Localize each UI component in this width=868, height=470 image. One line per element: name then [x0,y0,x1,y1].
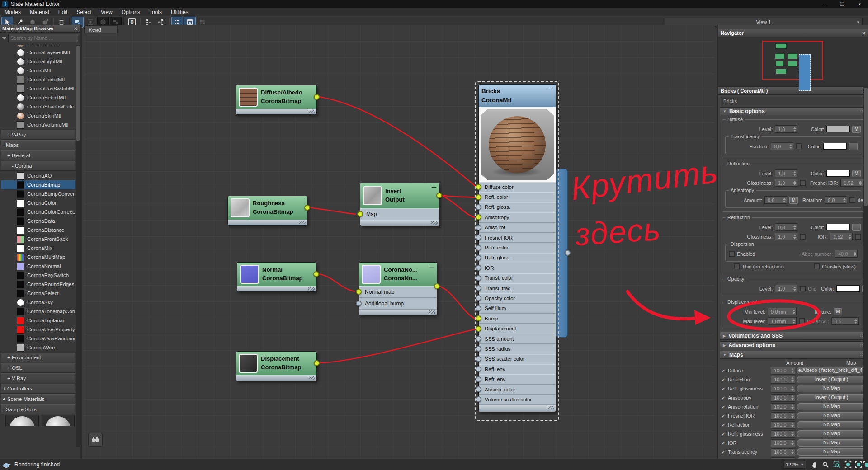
map-amount-spinner[interactable]: 100,0 [771,376,795,384]
output-connector[interactable] [314,360,320,366]
water-level-spinner[interactable]: 0,5 [831,317,859,325]
sample-slot[interactable] [5,415,39,426]
bricks-output-connector[interactable] [565,250,571,256]
node-bricks-coronamtl[interactable]: Bricks CoronaMtl — Diffuse col [478,84,556,412]
material-name-field[interactable]: Bricks [721,97,866,105]
pan-to-selected-button[interactable] [862,460,868,469]
node-roughness[interactable]: Roughness CoronaBitmap [227,196,307,226]
node-minimize-icon[interactable]: — [429,264,434,269]
menu-item[interactable]: Select [72,9,96,16]
map-slot-button[interactable]: e/Albedo ( factory_brick_diff_4k [797,367,866,374]
caustics-slow-checkbox[interactable] [814,263,820,269]
menu-item[interactable]: Tools [145,9,166,16]
browser-list-item[interactable]: CoronaAO [1,171,75,180]
diffuse-level-spinner[interactable]: 1,0 [775,125,797,133]
refraction-glossiness-map-checkbox[interactable] [800,234,806,240]
node-input-slot[interactable]: Transl. color [479,273,556,283]
map-enabled-checkbox[interactable]: ✔ [722,404,726,409]
reflection-color-swatch[interactable] [826,170,850,177]
browser-list-item[interactable]: CoronaMix [1,244,75,253]
map-amount-spinner[interactable]: 100,0 [771,421,795,429]
browser-list-item[interactable]: + V-Ray [1,373,75,383]
browser-list-item[interactable]: CoronaNormal [1,262,75,271]
browser-list-item[interactable]: + OSL [1,363,75,373]
anisotropy-rotation-map-checkbox[interactable] [849,197,855,203]
node-corona-normal[interactable]: CoronaNo... CoronaNo... — Normal map Add… [359,262,437,315]
node-normal[interactable]: Normal CoronaBitmap [237,262,316,292]
browser-list-item[interactable]: CoronaTonemapCon... [1,307,75,316]
reflection-glossiness-map-checkbox[interactable] [800,180,806,186]
refraction-color-map-button[interactable]: . [852,224,861,231]
node-input-slot[interactable]: Diffuse color [479,182,556,192]
browser-list-item[interactable]: CoronaUvwRandomi... [1,334,75,343]
refraction-color-swatch[interactable] [826,224,850,230]
dispersion-enabled-checkbox[interactable] [729,251,735,257]
browser-list-item[interactable]: + V-Ray [1,130,75,140]
node-input-slot[interactable]: Refr. gloss. [479,253,556,263]
map-slot-button[interactable]: No Map [797,385,866,392]
browser-list-item[interactable]: CoronaFrontBack [1,235,75,244]
diffuse-color-swatch[interactable] [826,126,850,132]
browser-scrollbar[interactable] [76,45,80,447]
zoom-tool-button[interactable] [821,460,830,469]
diffuse-color-map-button[interactable]: M [852,126,861,133]
input-connector[interactable] [476,366,481,372]
map-enabled-checkbox[interactable]: ✔ [722,450,726,455]
browser-list-item[interactable]: CoronaPortalMtl [1,75,75,84]
input-connector[interactable] [476,194,481,200]
browser-list-item[interactable]: CoronaColorCorrect. [1,207,75,216]
node-input-slot[interactable]: Anisotropy [479,212,556,222]
input-connector[interactable] [476,376,481,382]
node-input-slot[interactable]: Bump [479,314,556,324]
input-connector[interactable] [476,356,481,362]
node-resize-grip[interactable] [236,375,316,381]
map-slot-button[interactable]: Invert ( Output ) [797,394,866,401]
browser-list-item[interactable]: CoronaVolumeMtl [1,120,75,129]
anisotropy-rotation-spinner[interactable]: 0,0 [825,196,847,204]
node-resize-grip[interactable] [237,286,316,291]
browser-list-item[interactable]: CoronaSkinMtl [1,111,75,120]
map-slot-button[interactable]: No Map [797,448,866,456]
browser-list-item[interactable]: CoronaHairMtl [1,45,75,48]
browser-options-arrow-icon[interactable] [2,37,6,42]
browser-list-item[interactable]: CoronaMultiMap [1,253,75,262]
reflection-level-spinner[interactable]: 1,0 [775,169,797,177]
map-amount-spinner[interactable]: 100,0 [771,412,795,420]
node-input-slot[interactable]: IOR [479,263,556,273]
node-resize-grip[interactable] [228,220,307,225]
output-connector[interactable] [434,283,440,289]
browser-list-item[interactable]: CoronaRaySwitchMtl [1,84,75,93]
input-connector[interactable] [356,301,362,306]
navigator-view-rect[interactable] [762,41,823,80]
output-connector[interactable] [436,193,442,198]
search-input[interactable] [8,34,78,42]
output-connector[interactable] [304,205,310,211]
map-enabled-checkbox[interactable]: ✔ [722,414,726,418]
browser-list-item[interactable]: - Maps [1,140,75,150]
node-resize-grip[interactable] [359,310,437,315]
navigator-close-icon[interactable]: ✕ [862,31,866,36]
input-connector[interactable] [476,336,481,342]
minimize-button[interactable]: – [816,1,834,7]
browser-list-item[interactable]: - Corona [1,161,75,171]
map-enabled-checkbox[interactable]: ✔ [722,423,726,428]
refraction-ior-map-checkbox[interactable] [855,234,861,240]
browser-list-item[interactable]: + General [1,150,75,160]
browser-list-item[interactable]: CoronaData [1,216,75,226]
node-resize-grip[interactable] [236,109,316,114]
input-connector[interactable] [476,295,481,301]
displacement-max-level-spinner[interactable]: 1,0mm [768,317,797,325]
browser-list-item[interactable]: CoronaRaySwitch [1,271,75,280]
node-input-slot[interactable]: SSS amount [479,334,556,344]
map-slot-button[interactable]: No Map [797,439,866,446]
browser-list-item[interactable]: CoronaBumpConver... [1,189,75,198]
menu-item[interactable]: Edit [54,9,72,16]
displacement-min-level-spinner[interactable]: 0,0mm [768,308,797,315]
input-connector[interactable] [476,396,481,402]
node-input-slot[interactable]: Additional bump [359,298,437,310]
browser-list-item[interactable]: + Environment [1,352,75,362]
map-amount-spinner[interactable]: 100,0 [771,367,795,375]
map-slot-button[interactable]: No Map [797,430,866,437]
node-minimize-icon[interactable]: — [432,185,436,190]
menu-item[interactable]: Material [25,9,54,16]
